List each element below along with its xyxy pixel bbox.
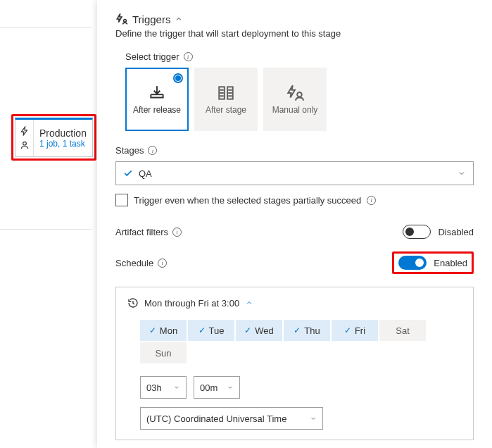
info-icon[interactable]: i bbox=[158, 259, 167, 268]
schedule-row: Schedule i Enabled bbox=[115, 251, 474, 274]
chevron-down-icon bbox=[458, 169, 466, 178]
panel-title: Triggers bbox=[132, 13, 170, 25]
stages-label: Stages i bbox=[115, 145, 474, 156]
day-sat[interactable]: Sat bbox=[379, 320, 426, 341]
hour-select[interactable]: 03h bbox=[140, 376, 187, 399]
manual-only-icon bbox=[286, 84, 304, 102]
stage-subtitle: 1 job, 1 task bbox=[39, 139, 87, 149]
day-wed[interactable]: ✓Wed bbox=[236, 320, 282, 341]
day-mon[interactable]: ✓Mon bbox=[140, 320, 187, 341]
bolt-icon bbox=[20, 126, 30, 136]
svg-point-4 bbox=[297, 92, 302, 97]
after-release-icon bbox=[148, 84, 166, 102]
pipeline-divider-top bbox=[0, 27, 92, 27]
stage-conditions-button[interactable] bbox=[15, 120, 34, 156]
check-icon: ✓ bbox=[244, 325, 251, 335]
day-sun[interactable]: Sun bbox=[140, 342, 187, 363]
chevron-down-icon bbox=[173, 384, 180, 391]
artifact-filters-toggle[interactable] bbox=[403, 225, 431, 239]
person-icon bbox=[20, 140, 30, 150]
schedule-summary: Mon through Fri at 3:00 bbox=[144, 298, 239, 309]
check-icon: ✓ bbox=[198, 325, 206, 335]
chevron-up-icon bbox=[245, 299, 253, 307]
stages-selected-value: QA bbox=[139, 168, 152, 179]
day-thu[interactable]: ✓Thu bbox=[284, 320, 330, 341]
chevron-down-icon bbox=[227, 384, 234, 391]
day-fri[interactable]: ✓Fri bbox=[332, 320, 378, 341]
history-icon bbox=[127, 297, 139, 309]
timezone-select[interactable]: (UTC) Coordinated Universal Time bbox=[140, 407, 323, 430]
check-icon: ✓ bbox=[294, 325, 301, 335]
radio-selected-icon bbox=[173, 73, 183, 83]
stage-card-body[interactable]: Production 1 job, 1 task bbox=[34, 120, 92, 156]
trigger-option-after-release[interactable]: After release bbox=[125, 68, 189, 131]
chevron-down-icon bbox=[310, 415, 317, 422]
schedule-panel: Mon through Fri at 3:00 ✓Mon ✓Tue ✓Wed ✓… bbox=[115, 287, 474, 440]
info-icon[interactable]: i bbox=[148, 146, 157, 155]
partial-succeed-checkbox[interactable] bbox=[115, 194, 128, 206]
chevron-up-icon bbox=[175, 15, 183, 23]
stage-title: Production bbox=[39, 127, 87, 139]
artifact-filters-label: Artifact filters bbox=[115, 227, 168, 237]
day-tue[interactable]: ✓Tue bbox=[188, 320, 234, 341]
time-row: 03h 00m bbox=[140, 376, 462, 399]
stage-card-production-hl: Production 1 job, 1 task bbox=[11, 114, 96, 161]
partial-succeed-row: Trigger even when the selected stages pa… bbox=[115, 194, 474, 206]
day-picker: ✓Mon ✓Tue ✓Wed ✓Thu ✓Fri Sat Sun bbox=[140, 320, 462, 363]
bolt-person-icon bbox=[115, 13, 128, 25]
after-stage-icon bbox=[217, 84, 235, 102]
info-icon[interactable]: i bbox=[172, 228, 182, 237]
check-icon: ✓ bbox=[344, 325, 351, 335]
partial-succeed-label: Trigger even when the selected stages pa… bbox=[134, 195, 361, 206]
trigger-option-manual-only[interactable]: Manual only bbox=[263, 68, 327, 131]
info-icon[interactable]: i bbox=[184, 52, 193, 61]
artifact-filters-row: Artifact filters i Disabled bbox=[115, 225, 474, 239]
stage-card-production[interactable]: Production 1 job, 1 task bbox=[15, 118, 93, 157]
schedule-toggle-hl: Enabled bbox=[392, 251, 474, 274]
stages-select[interactable]: QA bbox=[115, 161, 474, 185]
check-icon bbox=[123, 168, 133, 178]
panel-header[interactable]: Triggers bbox=[115, 13, 474, 25]
schedule-state: Enabled bbox=[434, 258, 467, 268]
artifact-filters-state: Disabled bbox=[438, 227, 474, 237]
schedule-label: Schedule bbox=[115, 258, 153, 268]
info-icon[interactable]: i bbox=[367, 196, 376, 205]
schedule-summary-row[interactable]: Mon through Fri at 3:00 bbox=[127, 297, 462, 309]
svg-point-1 bbox=[124, 19, 127, 22]
pipeline-divider-bottom bbox=[0, 229, 92, 230]
minute-select[interactable]: 00m bbox=[194, 376, 240, 399]
check-icon: ✓ bbox=[149, 325, 156, 335]
svg-point-0 bbox=[23, 142, 26, 145]
panel-description: Define the trigger that will start deplo… bbox=[115, 28, 474, 39]
triggers-panel: Triggers Define the trigger that will st… bbox=[97, 0, 492, 448]
select-trigger-label: Select trigger i bbox=[125, 51, 474, 62]
trigger-option-after-stage[interactable]: After stage bbox=[194, 68, 258, 131]
schedule-toggle[interactable] bbox=[398, 256, 427, 270]
trigger-options: After release After stage Manual only bbox=[125, 68, 474, 131]
